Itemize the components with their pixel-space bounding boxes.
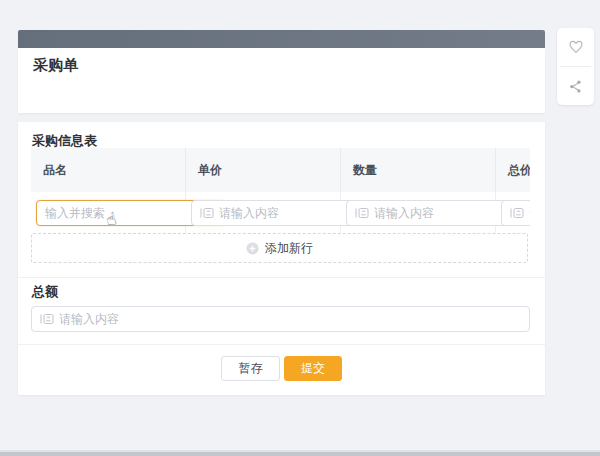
page-title: 采购单	[33, 56, 78, 75]
bottom-edge-bar	[0, 452, 600, 456]
number-field-icon	[200, 207, 214, 219]
save-draft-button[interactable]: 暂存	[221, 356, 280, 381]
total-amount-label: 总额	[32, 283, 58, 301]
actions-divider	[18, 344, 545, 345]
submit-button[interactable]: 提交	[284, 356, 342, 381]
total-amount-input[interactable]	[31, 306, 530, 332]
add-new-row-button[interactable]: 添加新行	[31, 233, 528, 263]
number-field-icon	[510, 207, 524, 219]
column-header-quantity: 数量	[341, 148, 496, 192]
purchase-table: 品名 单价 数量 总价	[31, 148, 530, 233]
form-top-accent-bar	[18, 30, 545, 48]
section-divider	[18, 277, 545, 278]
screen: 采购单 采购信息表 品名 单价 数量 总价	[0, 0, 600, 456]
column-header-product: 品名	[31, 148, 186, 192]
column-header-unit-price: 单价	[186, 148, 341, 192]
form-body-card: 采购信息表 品名 单价 数量 总价	[18, 122, 545, 395]
table-header-row: 品名 单价 数量 总价	[31, 148, 530, 192]
column-header-total-price: 总价	[496, 148, 530, 192]
favorite-button[interactable]	[557, 28, 594, 66]
total-price-input[interactable]	[501, 200, 530, 226]
add-new-row-label: 添加新行	[265, 240, 313, 257]
table-row	[31, 192, 530, 233]
number-field-icon	[40, 313, 54, 325]
number-field-icon	[355, 207, 369, 219]
floating-action-panel	[557, 28, 594, 105]
product-select-input[interactable]	[45, 206, 200, 220]
heart-icon	[568, 39, 584, 55]
share-icon	[568, 79, 583, 94]
share-button[interactable]	[557, 67, 594, 105]
form-actions: 暂存 提交	[18, 356, 545, 381]
form-header-card: 采购单	[18, 48, 545, 113]
plus-circle-icon	[246, 242, 259, 255]
